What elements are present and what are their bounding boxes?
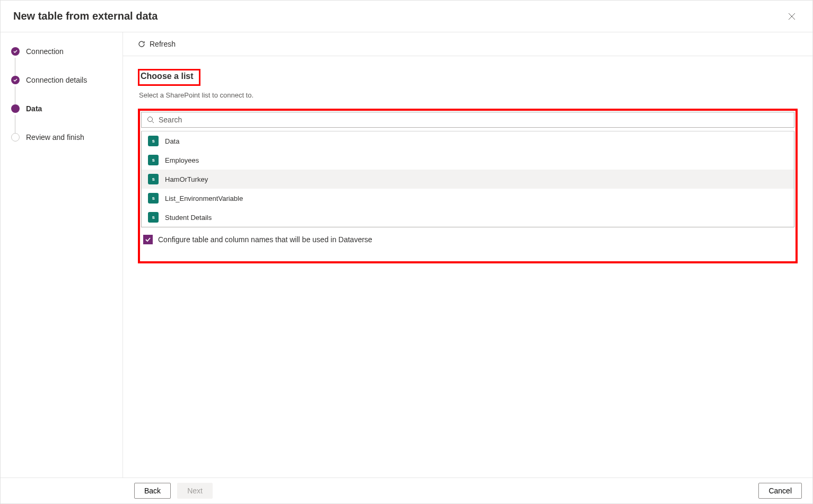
search-input[interactable] — [159, 116, 789, 124]
sharepoint-icon: s — [148, 193, 159, 204]
svg-point-0 — [148, 117, 153, 122]
list-item-label: Employees — [165, 156, 199, 164]
list-item-label: Student Details — [165, 214, 212, 222]
step-label: Connection details — [26, 76, 87, 84]
back-button[interactable]: Back — [134, 483, 171, 499]
step-connection[interactable]: Connection — [11, 47, 112, 76]
configure-row: Configure table and column names that wi… — [141, 227, 794, 260]
wizard-sidebar: Connection Connection details Data Revie… — [1, 32, 123, 478]
refresh-button[interactable]: Refresh — [138, 38, 176, 50]
next-button: Next — [177, 483, 213, 499]
configure-label: Configure table and column names that wi… — [158, 235, 372, 244]
dialog-footer: Back Next Cancel — [1, 478, 812, 503]
sharepoint-icon: s — [148, 155, 159, 165]
checkmark-icon — [11, 76, 20, 84]
cancel-button[interactable]: Cancel — [758, 483, 802, 499]
content: Choose a list Select a SharePoint list t… — [123, 56, 812, 478]
step-label: Data — [26, 104, 42, 113]
current-step-icon — [11, 104, 20, 113]
sharepoint-icon: s — [148, 212, 159, 223]
list-item[interactable]: sEmployees — [142, 151, 794, 170]
list-item[interactable]: sHamOrTurkey — [142, 170, 794, 189]
section-subtitle: Select a SharePoint list to connect to. — [139, 91, 798, 99]
dialog-body: Connection Connection details Data Revie… — [1, 32, 812, 478]
search-field[interactable] — [141, 112, 794, 128]
refresh-icon — [138, 40, 145, 48]
step-connection-details[interactable]: Connection details — [11, 76, 112, 104]
list-item-label: HamOrTurkey — [165, 175, 208, 183]
highlight-title-box: Choose a list — [138, 69, 200, 86]
dialog-header: New table from external data — [1, 1, 812, 32]
configure-checkbox[interactable] — [143, 235, 153, 244]
sharepoint-icon: s — [148, 136, 159, 146]
checkmark-icon — [11, 47, 20, 56]
section-title: Choose a list — [141, 72, 194, 81]
list-item[interactable]: sList_EnvironmentVariable — [142, 189, 794, 208]
list-item[interactable]: sStudent Details — [142, 208, 794, 227]
step-label: Connection — [26, 47, 64, 56]
list-item-label: List_EnvironmentVariable — [165, 194, 243, 202]
search-icon — [147, 116, 154, 123]
step-review[interactable]: Review and finish — [11, 133, 112, 142]
page-title: New table from external data — [13, 10, 158, 22]
main-panel: Refresh Choose a list Select a SharePoin… — [123, 32, 812, 478]
step-data[interactable]: Data — [11, 104, 112, 133]
wizard-steps: Connection Connection details Data Revie… — [11, 47, 112, 142]
list-item[interactable]: sData — [142, 131, 794, 151]
highlight-list-box: sDatasEmployeessHamOrTurkeysList_Environ… — [138, 109, 798, 263]
footer-left: Back Next — [134, 483, 213, 499]
sharepoint-list-scroll[interactable]: sDatasEmployeessHamOrTurkeysList_Environ… — [142, 131, 794, 227]
refresh-label: Refresh — [150, 40, 176, 48]
pending-step-icon — [11, 133, 20, 142]
sharepoint-list-box: sDatasEmployeessHamOrTurkeysList_Environ… — [141, 131, 794, 227]
step-label: Review and finish — [26, 133, 84, 142]
sharepoint-icon: s — [148, 174, 159, 184]
close-icon[interactable] — [788, 13, 795, 20]
list-item-label: Data — [165, 137, 179, 145]
toolbar: Refresh — [123, 32, 812, 56]
